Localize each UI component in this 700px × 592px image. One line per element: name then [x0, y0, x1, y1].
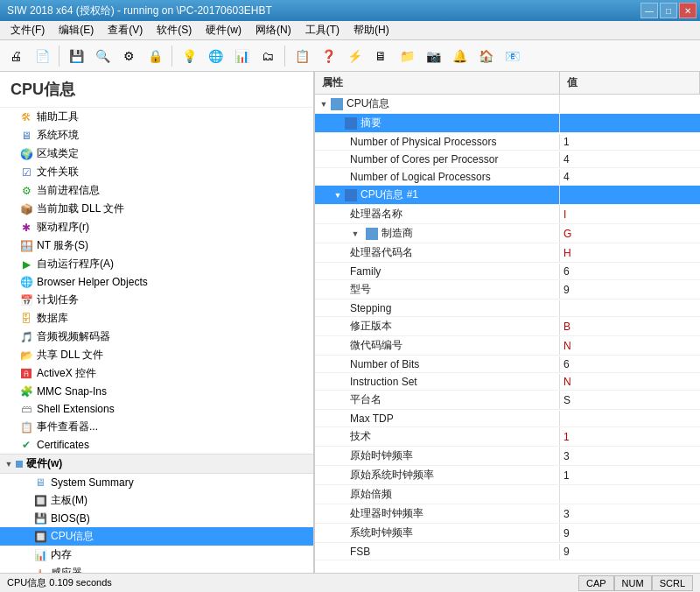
toolbar-search[interactable]: 🔍 [90, 44, 115, 68]
audio-icon: 🎵 [19, 330, 33, 344]
prop-row-proc-name[interactable]: 处理器名称 I [315, 205, 700, 224]
prop-row-fsb[interactable]: FSB 9 [315, 543, 700, 560]
toolbar-help[interactable]: ❓ [316, 44, 340, 68]
toolbar-new[interactable]: 📄 [30, 44, 54, 68]
prop-row-num-phys[interactable]: Number of Physical Processors 1 [315, 133, 700, 151]
cap-indicator: CAP [578, 575, 614, 591]
expand-icon [21, 550, 32, 560]
tree-item-cpu[interactable]: 🔲 CPU信息 [0, 527, 313, 546]
item-label: 数据库 [37, 311, 68, 326]
prop-row-sys-clock[interactable]: 系统时钟频率 9 [315, 524, 700, 543]
shell-icon: 🗃 [19, 402, 33, 416]
prop-row-orig-mult[interactable]: 原始倍频 [315, 485, 700, 504]
tree-item-shared[interactable]: 📂 共享 DLL 文件 [0, 346, 313, 364]
prop-row-revision[interactable]: 修正版本 B [315, 317, 700, 336]
tree-item-db[interactable]: 🗄 数据库 [0, 309, 313, 328]
tree-item-process[interactable]: ⚙ 当前进程信息 [0, 181, 313, 200]
prop-name: 处理器代码名 [315, 243, 560, 262]
tree-item-hw-group[interactable]: ▼ 硬件(w) [0, 454, 313, 474]
prop-row-stepping[interactable]: Stepping [315, 300, 700, 317]
tree-item-dll[interactable]: 📦 当前加载 DLL 文件 [0, 200, 313, 218]
expand-icon [21, 513, 32, 524]
toolbar-save[interactable]: 💾 [64, 44, 88, 68]
tree-container[interactable]: 🛠 辅助工具 🖥 系统环境 🌍 区域类定 ☑ 文件关联 ⚙ 当前进 [0, 108, 313, 573]
prop-row-codename[interactable]: 处理器代码名 H [315, 243, 700, 263]
tree-item-shell[interactable]: 🗃 Shell Extensions [0, 400, 313, 418]
prop-row-cpu1[interactable]: ▼ CPU信息 #1 [315, 186, 700, 205]
main-area: CPU信息 🛠 辅助工具 🖥 系统环境 🌍 区域类定 ☑ 文件关联 [0, 72, 700, 573]
expand-icon [21, 496, 32, 506]
tree-item-sensor[interactable]: 🌡 感应器 [0, 564, 313, 573]
tree-item-activex[interactable]: 🅰 ActiveX 控件 [0, 364, 313, 383]
tree-item-cert[interactable]: ✔ Certificates [0, 436, 313, 454]
tree-item-browser[interactable]: 🌐 Browser Helper Objects [0, 273, 313, 291]
tree-item-mmc[interactable]: 🧩 MMC Snap-Ins [0, 383, 313, 400]
toolbar-camera[interactable]: 📷 [421, 44, 445, 68]
menu-bar: 文件(F) 编辑(E) 查看(V) 软件(S) 硬件(w) 网络(N) 工具(T… [0, 21, 700, 40]
autorun-icon: ▶ [19, 257, 33, 271]
prop-row-platform[interactable]: 平台名 S [315, 391, 700, 410]
prop-row-proc-clock[interactable]: 处理器时钟频率 3 [315, 504, 700, 524]
tree-item-mainboard[interactable]: 🔲 主板(M) [0, 491, 313, 510]
menu-tools[interactable]: 工具(T) [298, 21, 346, 39]
prop-row-summary[interactable]: 摘要 [315, 114, 700, 133]
maximize-button[interactable]: □ [660, 3, 677, 18]
toolbar-globe[interactable]: 🌐 [203, 44, 228, 68]
prop-row-family[interactable]: Family 6 [315, 263, 700, 280]
tree-item-syssum[interactable]: 🖥 System Summary [0, 474, 313, 491]
toolbar-home[interactable]: 🏠 [473, 44, 498, 68]
tree-item-fileext[interactable]: ☑ 文件关联 [0, 163, 313, 181]
toolbar-lock[interactable]: 🔒 [143, 44, 167, 68]
prop-row-orig-clock[interactable]: 原始时钟频率 3 [315, 447, 700, 466]
menu-network[interactable]: 网络(N) [248, 21, 298, 39]
toolbar-clipboard[interactable]: 📋 [290, 44, 314, 68]
tree-item-region[interactable]: 🌍 区域类定 [0, 144, 313, 163]
toolbar-chart[interactable]: 📊 [229, 44, 254, 68]
tree-item-env[interactable]: 🖥 系统环境 [0, 126, 313, 144]
toolbar-print[interactable]: 🖨 [4, 44, 28, 68]
prop-row-instr-set[interactable]: Instruction Set N [315, 373, 700, 391]
menu-help[interactable]: 帮助(H) [346, 21, 396, 39]
tree-item-driver[interactable]: ✱ 驱动程序(r) [0, 218, 313, 236]
prop-row-microcode[interactable]: 微代码编号 N [315, 336, 700, 356]
prop-row-tech[interactable]: 技术 1 [315, 427, 700, 447]
item-label: 音频视频解码器 [37, 329, 110, 344]
menu-hardware[interactable]: 硬件(w) [199, 21, 248, 39]
toolbar-email[interactable]: 📧 [500, 44, 524, 68]
prop-row-max-tdp[interactable]: Max TDP [315, 410, 700, 427]
toolbar-file[interactable]: 📁 [395, 44, 419, 68]
tree-item-event[interactable]: 📋 事件查看器... [0, 418, 313, 436]
prop-row-orig-sys-clock[interactable]: 原始系统时钟频率 1 [315, 466, 700, 485]
prop-tree[interactable]: ▼ CPU信息 摘要 Number of Physical Processors… [315, 95, 700, 573]
item-label: 文件关联 [37, 165, 79, 180]
prop-row-model[interactable]: 型号 9 [315, 280, 700, 300]
menu-edit[interactable]: 编辑(E) [52, 21, 101, 39]
toolbar-folder[interactable]: 🗂 [256, 44, 280, 68]
prop-row-num-bits[interactable]: Number of Bits 6 [315, 356, 700, 373]
tree-item-autorun[interactable]: ▶ 自动运行程序(A) [0, 255, 313, 273]
hw-expand-icon: ▼ [4, 459, 14, 469]
toolbar-light[interactable]: 💡 [177, 44, 201, 68]
minimize-button[interactable]: — [640, 3, 658, 18]
tree-item-mem[interactable]: 📊 内存 [0, 546, 313, 564]
prop-val: G [560, 226, 700, 242]
toolbar-settings[interactable]: ⚙ [116, 44, 141, 68]
tree-item-nt[interactable]: 🪟 NT 服务(S) [0, 236, 313, 255]
prop-val: 3 [560, 448, 700, 464]
menu-software[interactable]: 软件(S) [150, 21, 199, 39]
tree-item-task[interactable]: 📅 计划任务 [0, 291, 313, 309]
toolbar-monitor[interactable]: 🖥 [368, 44, 393, 68]
tree-item-audio[interactable]: 🎵 音频视频解码器 [0, 328, 313, 346]
close-button[interactable]: ✕ [679, 3, 696, 18]
prop-name: Number of Bits [315, 356, 560, 372]
prop-row-num-cores[interactable]: Number of Cores per Processor 4 [315, 151, 700, 168]
tree-item-bios[interactable]: 💾 BIOS(B) [0, 510, 313, 527]
prop-row-cpu-root[interactable]: ▼ CPU信息 [315, 95, 700, 114]
toolbar-bolt[interactable]: ⚡ [342, 44, 367, 68]
prop-row-maker[interactable]: ▼ 制造商 G [315, 224, 700, 243]
menu-file[interactable]: 文件(F) [4, 21, 52, 39]
menu-view[interactable]: 查看(V) [101, 21, 150, 39]
toolbar-bell[interactable]: 🔔 [447, 44, 472, 68]
prop-row-num-logical[interactable]: Number of Logical Processors 4 [315, 168, 700, 186]
tree-item-tools[interactable]: 🛠 辅助工具 [0, 108, 313, 126]
